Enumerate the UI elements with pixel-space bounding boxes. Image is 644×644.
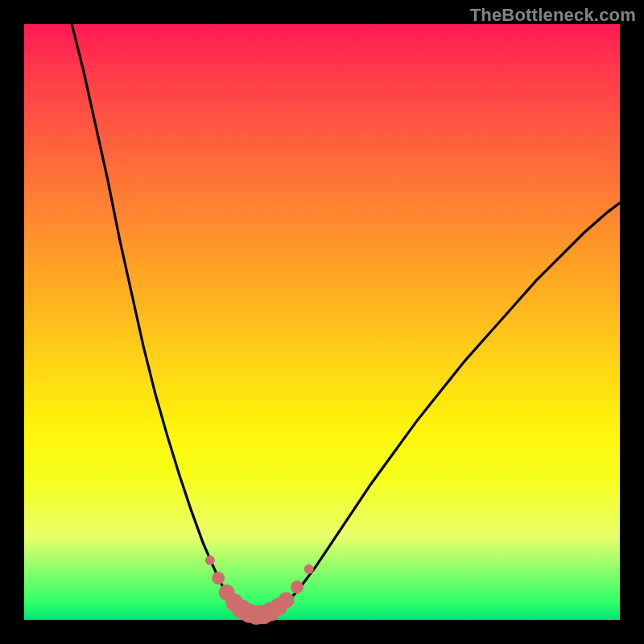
marker-group xyxy=(205,555,314,625)
watermark-text: TheBottleneck.com xyxy=(470,5,636,26)
plot-area xyxy=(24,24,620,620)
trough-marker xyxy=(279,592,295,609)
trough-marker xyxy=(304,564,314,574)
trough-marker xyxy=(291,580,303,593)
trough-marker xyxy=(212,572,225,584)
trough-marker xyxy=(205,555,215,565)
bottleneck-curve xyxy=(24,24,620,620)
chart-frame: TheBottleneck.com xyxy=(0,0,644,644)
curve-right-path xyxy=(283,203,620,606)
curve-left-path xyxy=(72,24,238,610)
